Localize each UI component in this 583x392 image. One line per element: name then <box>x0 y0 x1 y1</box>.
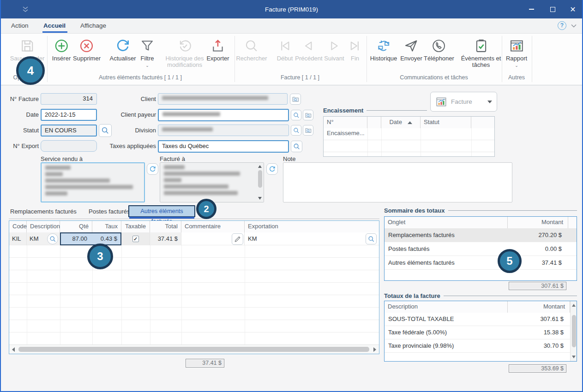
scrollbar-thumb[interactable] <box>258 170 262 188</box>
report-selector-value: Facture <box>451 98 472 105</box>
description-search-button[interactable] <box>47 233 58 244</box>
scrollbar-thumb[interactable] <box>572 315 576 347</box>
sommaire-table[interactable]: Onglet Montant Remplacements facturés 27… <box>384 216 577 281</box>
scroll-right-icon[interactable] <box>373 347 376 352</box>
division-open-button[interactable] <box>303 125 313 136</box>
insert-button[interactable]: Insérer <box>52 38 71 62</box>
sommaire-col-montant[interactable]: Montant <box>508 217 568 228</box>
scrollbar-thumb[interactable] <box>18 347 369 352</box>
tab-remplacements-factures[interactable]: Remplacements facturés <box>10 206 77 217</box>
service-rendered-refresh-button[interactable] <box>147 163 158 175</box>
service-rendered-box[interactable] <box>41 162 145 202</box>
billed-to-refresh-button[interactable] <box>266 163 278 175</box>
table-row[interactable]: Autres éléments facturés 37.41 $ <box>385 256 577 270</box>
scroll-up-icon[interactable] <box>572 304 576 307</box>
cell-qte[interactable]: 87.00 <box>61 233 91 244</box>
cell-total[interactable]: 37.41 $ <box>150 232 181 245</box>
scroll-down-icon[interactable] <box>572 356 576 358</box>
sommaire-col-onglet[interactable]: Onglet <box>385 217 508 228</box>
collapse-ribbon-icon[interactable] <box>571 24 577 28</box>
export-button[interactable]: Exporter <box>206 38 229 62</box>
encaissement-col-statut[interactable]: Statut <box>421 117 471 128</box>
cell-taux[interactable]: 0.43 $ <box>91 233 120 244</box>
items-table[interactable]: Code Description Qté Taux Taxable Total … <box>9 220 379 354</box>
events-tasks-button[interactable]: Évènements et tâches <box>459 38 503 68</box>
cell-exportation[interactable]: KM <box>245 232 379 245</box>
payer-client-open-button[interactable] <box>303 110 313 120</box>
report-selector[interactable]: Facture <box>430 92 497 112</box>
phone-button[interactable]: Téléphoner <box>424 38 454 62</box>
table-row[interactable]: Taxe fédérale (5.00%) 15.38 $ <box>385 326 570 339</box>
items-hscrollbar[interactable] <box>9 344 379 354</box>
delete-button[interactable]: Supprimer <box>73 38 101 62</box>
sommaire-col-blank[interactable] <box>568 217 577 228</box>
group-separator <box>532 36 532 82</box>
encaissement-col-blank[interactable] <box>367 117 381 128</box>
encaissement-col-no[interactable]: N° Encaisseme... <box>324 117 367 128</box>
encaissement-col-blank2[interactable] <box>471 117 494 128</box>
scroll-up-icon[interactable] <box>258 165 262 168</box>
table-row[interactable]: KIL KM 87.00 0.43 $ ✓ 37.41 $ KM <box>9 232 379 245</box>
table-row[interactable]: SOUS-TOTAL TAXABLE 307.61 $ <box>385 313 570 326</box>
taxable-checkbox[interactable]: ✓ <box>132 236 139 242</box>
table-row[interactable]: Taxe provinciale (9.98%) 30.70 $ <box>385 339 570 353</box>
division-search-button[interactable] <box>291 125 301 136</box>
minimize-button[interactable] <box>522 0 541 18</box>
items-col-taxable[interactable]: Taxable <box>121 221 150 232</box>
billed-to-scrollbar[interactable] <box>257 163 264 202</box>
client-open-button[interactable] <box>290 94 301 105</box>
last-record-button[interactable]: Fin <box>348 38 363 62</box>
billed-to-box[interactable] <box>160 162 264 202</box>
tab-action[interactable]: Action <box>11 18 29 33</box>
tab-postes-factures[interactable]: Postes facturés <box>89 206 130 217</box>
first-record-button[interactable]: Début <box>277 38 293 62</box>
table-row[interactable]: Remplacements facturés 270.20 $ <box>385 228 577 242</box>
items-col-description[interactable]: Description <box>27 221 60 232</box>
applied-taxes-field[interactable]: Taxes du Québec <box>158 140 289 153</box>
search-icon <box>293 112 300 119</box>
comment-edit-button[interactable] <box>232 233 243 245</box>
cell-taxable[interactable]: ✓ <box>121 232 150 245</box>
modification-history-button[interactable]: Historique des modifications <box>157 38 212 68</box>
cell-code[interactable]: KIL <box>9 232 27 245</box>
selected-cells-qte-taux[interactable]: 87.00 0.43 $ <box>60 232 121 245</box>
report-button[interactable]: Rapport ⌄ <box>506 38 527 67</box>
close-button[interactable]: ✕ <box>564 0 582 18</box>
totaux-col-description[interactable]: Description <box>385 301 508 313</box>
date-field[interactable]: 2022-12-15 <box>41 109 97 121</box>
items-col-code[interactable]: Code <box>9 221 27 232</box>
applied-taxes-search-button[interactable] <box>291 141 302 152</box>
quick-access-icon[interactable] <box>22 6 29 13</box>
tab-affichage[interactable]: Affichage <box>80 18 106 33</box>
filter-button[interactable]: Filtre ⌄ <box>140 38 155 67</box>
items-col-exportation[interactable]: Exportation <box>245 221 379 232</box>
maximize-button[interactable] <box>543 0 562 18</box>
items-col-qte[interactable]: Qté <box>60 221 92 232</box>
scroll-down-icon[interactable] <box>258 197 262 200</box>
totaux-col-montant[interactable]: Montant <box>508 301 570 313</box>
refresh-button[interactable]: Actualiser <box>109 38 136 62</box>
totaux-scrollbar[interactable] <box>570 301 577 361</box>
help-button[interactable]: ? <box>558 21 566 30</box>
history-button[interactable]: Historique <box>370 38 397 62</box>
items-col-taux[interactable]: Taux <box>92 221 121 232</box>
items-col-commentaire[interactable]: Commentaire <box>181 221 245 232</box>
note-box[interactable] <box>283 162 512 202</box>
phone-icon <box>432 38 447 53</box>
totaux-table[interactable]: Description Montant SOUS-TOTAL TAXABLE 3… <box>384 301 577 362</box>
encaissement-table[interactable]: N° Encaisseme... Date Statut <box>323 116 495 157</box>
send-button[interactable]: Envoyer <box>400 38 422 62</box>
scroll-left-icon[interactable] <box>12 347 15 352</box>
previous-record-button[interactable]: Précédent <box>295 38 322 62</box>
tab-autres-elements-factures[interactable]: Autres éléments facturés <box>128 205 195 217</box>
search-button[interactable]: Rechercher <box>236 38 267 62</box>
items-col-total[interactable]: Total <box>150 221 181 232</box>
table-row[interactable]: Postes facturés 0.00 $ <box>385 242 577 256</box>
group-separator <box>47 36 48 82</box>
payer-client-field[interactable] <box>158 109 289 121</box>
payer-client-search-button[interactable] <box>291 110 301 120</box>
encaissement-col-date[interactable]: Date <box>381 117 421 128</box>
next-record-button[interactable]: Suivant <box>324 38 344 62</box>
exportation-search-button[interactable] <box>366 233 377 244</box>
save-icon <box>19 38 35 53</box>
